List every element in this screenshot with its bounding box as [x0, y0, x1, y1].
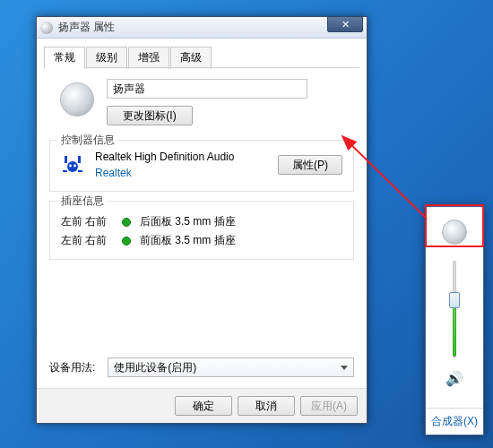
jack-lr-label: 左前 右前	[61, 214, 113, 229]
tabstrip: 常规 级别 增强 高级	[37, 39, 367, 68]
volume-device-button[interactable]	[434, 214, 475, 250]
jack-info-group: 插座信息 左前 右前 后面板 3.5 mm 插座 左前 右前 前面板 3.5 m…	[49, 201, 354, 260]
chevron-down-icon	[341, 366, 348, 370]
jack-group-title: 插座信息	[57, 194, 108, 209]
jack-color-dot	[122, 218, 131, 227]
svg-rect-5	[63, 170, 67, 172]
titlebar[interactable]: 扬声器 属性 ✕	[37, 17, 367, 39]
jack-desc: 前面板 3.5 mm 插座	[140, 233, 236, 248]
speaker-properties-dialog: 扬声器 属性 ✕ 常规 级别 增强 高级 更改图标(I) 控制器信息	[36, 16, 368, 424]
tab-content-general: 更改图标(I) 控制器信息 Realt	[37, 68, 367, 388]
controller-name: Realtek High Definition Audio	[95, 150, 267, 164]
apply-button[interactable]: 应用(A)	[300, 396, 358, 416]
speaker-icon	[40, 22, 53, 34]
tab-general[interactable]: 常规	[44, 47, 85, 69]
device-usage-select[interactable]: 使用此设备(启用)	[108, 358, 354, 377]
svg-rect-6	[78, 170, 82, 172]
jack-desc: 后面板 3.5 mm 插座	[140, 214, 236, 229]
device-icon	[60, 82, 94, 116]
device-name-input[interactable]	[107, 79, 307, 99]
controller-info-group: 控制器信息 Realtek High Definition Audio	[49, 140, 354, 192]
jack-row: 左前 右前 前面板 3.5 mm 插座	[61, 233, 342, 248]
close-icon: ✕	[342, 19, 350, 30]
controller-text: Realtek High Definition Audio Realtek	[95, 150, 267, 180]
jack-row: 左前 右前 后面板 3.5 mm 插座	[61, 214, 342, 229]
controller-properties-button[interactable]: 属性(P)	[278, 155, 342, 175]
change-icon-button[interactable]: 更改图标(I)	[107, 106, 193, 125]
realtek-icon	[61, 154, 84, 176]
volume-slider-thumb[interactable]	[449, 292, 460, 308]
controller-row: Realtek High Definition Audio Realtek 属性…	[61, 150, 342, 180]
tab-advanced[interactable]: 高级	[170, 47, 212, 69]
jack-color-dot	[122, 237, 131, 246]
close-button[interactable]: ✕	[327, 16, 363, 32]
usage-label: 设备用法:	[49, 360, 95, 375]
volume-flyout: 🔊 合成器(X)	[425, 206, 484, 435]
window-title: 扬声器 属性	[58, 20, 363, 35]
tab-enhancements[interactable]: 增强	[128, 47, 169, 69]
mixer-link[interactable]: 合成器(X)	[426, 408, 483, 435]
controller-vendor[interactable]: Realtek	[95, 166, 267, 180]
speaker-icon	[442, 220, 467, 245]
volume-slider[interactable]	[453, 261, 456, 358]
svg-point-0	[67, 161, 78, 172]
svg-point-4	[74, 165, 76, 168]
jack-lr-label: 左前 右前	[61, 233, 113, 248]
dialog-button-row: 确定 取消 应用(A)	[37, 388, 367, 423]
usage-value: 使用此设备(启用)	[114, 360, 196, 375]
volume-slider-fill	[453, 300, 456, 357]
device-header: 更改图标(I)	[49, 79, 354, 125]
svg-rect-2	[78, 156, 81, 163]
controller-group-title: 控制器信息	[57, 133, 118, 148]
device-usage-row: 设备用法: 使用此设备(启用)	[49, 354, 354, 381]
device-fields: 更改图标(I)	[107, 79, 354, 125]
cancel-button[interactable]: 取消	[238, 396, 295, 416]
svg-rect-1	[65, 156, 67, 163]
ok-button[interactable]: 确定	[175, 396, 232, 416]
tab-levels[interactable]: 级别	[86, 47, 127, 69]
svg-point-3	[69, 165, 72, 168]
sound-icon[interactable]: 🔊	[445, 370, 463, 387]
